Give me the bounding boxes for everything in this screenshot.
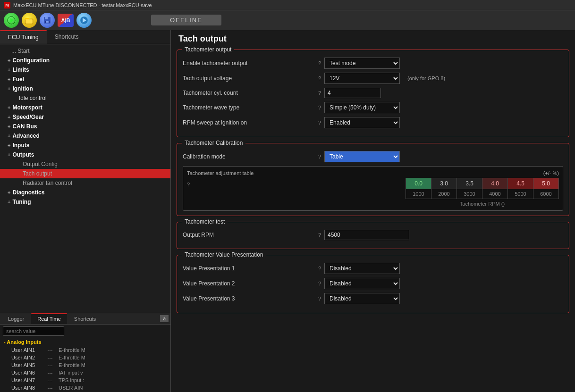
tach-rpm-axis-label: Tachometer RPM (): [406, 201, 559, 207]
sidebar-item-radiator-fan[interactable]: Radiator fan control: [0, 178, 170, 188]
table-cell[interactable]: 0.0: [406, 178, 431, 189]
sidebar: ECU Tuning Shortcuts ... Start + Configu…: [0, 30, 171, 392]
connect-button[interactable]: [4, 13, 19, 28]
enable-select[interactable]: Test mode: [324, 58, 400, 69]
sidebar-item-start[interactable]: ... Start: [0, 46, 170, 56]
main-layout: ECU Tuning Shortcuts ... Start + Configu…: [0, 30, 575, 392]
section-title-tachometer-output: Tachometer output: [182, 46, 234, 53]
tach-adjustment-table-container: Tachometer adjustment table (+/- %) ? 0.…: [183, 166, 563, 211]
calib-mode-label: Calibration mode: [183, 153, 315, 160]
form-row-vp1: Value Presentation 1 ? Disabled: [183, 263, 563, 274]
tab-shortcuts-bottom[interactable]: Shortcuts: [68, 314, 102, 324]
search-input[interactable]: [3, 326, 64, 336]
sidebar-item-outputs[interactable]: + Outputs: [0, 150, 170, 159]
content-area: Tach output Tachometer output Enable tac…: [171, 30, 575, 392]
section-title-value-presentation: Tachometer Value Presentation: [182, 251, 266, 258]
sidebar-item-fuel[interactable]: + Fuel: [0, 75, 170, 84]
sidebar-item-configuration[interactable]: + Configuration: [0, 56, 170, 65]
list-item: User AIN2 --- E-throttle M: [0, 354, 170, 361]
item-label: Tach output: [19, 170, 52, 177]
item-label: Tuning: [12, 199, 31, 205]
table-cell[interactable]: 3.5: [457, 178, 482, 189]
form-row-cyl-count: Tachometer cyl. count ?: [183, 88, 563, 98]
enable-label: Enable tachometer output: [183, 60, 315, 67]
expand-icon: +: [8, 86, 10, 92]
table-row-values: 0.0 3.0 3.5 4.0 4.5 5.0: [406, 178, 559, 189]
output-rpm-help-icon[interactable]: ?: [315, 232, 324, 238]
list-item: User AIN6 --- IAT input v: [0, 369, 170, 376]
vp1-select[interactable]: Disabled: [324, 263, 400, 274]
item-label: Inputs: [12, 142, 29, 149]
voltage-control: 12V (only for GPO 8): [324, 73, 563, 84]
bottom-tabs: Logger Real Time Shortcuts a: [0, 313, 170, 325]
vp1-help-icon[interactable]: ?: [315, 266, 324, 271]
sidebar-item-advanced[interactable]: + Advanced: [0, 131, 170, 141]
cyl-count-help-icon[interactable]: ?: [315, 90, 324, 96]
wave-type-help-icon[interactable]: ?: [315, 105, 324, 110]
sidebar-item-idle-control[interactable]: Idle control: [0, 93, 170, 103]
vp2-label: Value Presentation 2: [183, 280, 315, 287]
table-cell[interactable]: 3.0: [431, 178, 457, 189]
calib-mode-help-icon[interactable]: ?: [315, 154, 324, 159]
enable-help-icon[interactable]: ?: [315, 60, 324, 66]
play-button[interactable]: [76, 13, 92, 28]
table-cell[interactable]: 4.0: [482, 178, 508, 189]
sidebar-item-limits[interactable]: + Limits: [0, 65, 170, 75]
tab-logger[interactable]: Logger: [2, 314, 30, 324]
wave-type-select[interactable]: Simple (50% duty): [324, 102, 400, 113]
tach-adj-help-icon[interactable]: ?: [187, 182, 190, 187]
sidebar-item-can-bus[interactable]: + CAN Bus: [0, 122, 170, 131]
vp1-label: Value Presentation 1: [183, 265, 315, 272]
calib-mode-control: Table: [324, 151, 563, 162]
form-row-output-rpm: Output RPM ?: [183, 230, 563, 240]
item-label: Speed/Gear: [12, 114, 44, 120]
ab-button[interactable]: A|B: [58, 14, 74, 27]
tach-adj-table-title: Tachometer adjustment table: [187, 170, 254, 176]
tach-adjustment-table: 0.0 3.0 3.5 4.0 4.5 5.0 1000 2000: [406, 178, 559, 199]
sidebar-item-speed-gear[interactable]: + Speed/Gear: [0, 112, 170, 122]
form-row-calib-mode: Calibration mode ? Table: [183, 151, 563, 162]
calib-mode-select[interactable]: Table: [324, 151, 400, 162]
vp3-select[interactable]: Disabled: [324, 293, 400, 304]
tab-ecu-tuning[interactable]: ECU Tuning: [0, 30, 47, 44]
sidebar-item-output-config[interactable]: Output Config: [0, 159, 170, 169]
page-title: Tach output: [177, 34, 569, 44]
open-button[interactable]: [22, 13, 37, 28]
expand-icon: +: [8, 76, 10, 82]
vp2-control: Disabled: [324, 278, 563, 289]
svg-marker-1: [10, 18, 14, 23]
cyl-count-label: Tachometer cyl. count: [183, 90, 315, 96]
cyl-count-input[interactable]: [324, 88, 381, 98]
save-button[interactable]: [40, 13, 55, 28]
table-cell[interactable]: 4.5: [508, 178, 533, 189]
rpm-cell: 2000: [431, 189, 457, 199]
output-rpm-input[interactable]: [324, 230, 409, 240]
sidebar-item-motorsport[interactable]: + Motorsport: [0, 103, 170, 112]
rpm-cell: 3000: [457, 189, 482, 199]
sidebar-item-diagnostics[interactable]: + Diagnostics: [0, 188, 170, 197]
section-title-calibration: Tachometer Calibration: [182, 140, 245, 146]
sidebar-item-inputs[interactable]: + Inputs: [0, 141, 170, 150]
table-cell[interactable]: 5.0: [533, 178, 559, 189]
item-label: Idle control: [13, 95, 47, 101]
sidebar-item-ignition[interactable]: + Ignition: [0, 84, 170, 93]
tab-shortcuts[interactable]: Shortcuts: [47, 30, 87, 44]
voltage-select[interactable]: 12V: [324, 73, 400, 84]
form-row-vp2: Value Presentation 2 ? Disabled: [183, 278, 563, 289]
sidebar-item-tuning[interactable]: + Tuning: [0, 197, 170, 207]
section-tachometer-test: Tachometer test Output RPM ?: [177, 222, 569, 249]
voltage-help-icon[interactable]: ?: [315, 75, 324, 81]
section-value-presentation: Tachometer Value Presentation Value Pres…: [177, 255, 569, 313]
tach-table-header: Tachometer adjustment table (+/- %): [187, 170, 559, 176]
expand-icon: +: [8, 67, 10, 73]
gpo-note: (only for GPO 8): [407, 75, 445, 81]
vp2-help-icon[interactable]: ?: [315, 281, 324, 286]
tab-realtime[interactable]: Real Time: [31, 313, 67, 324]
vp2-select[interactable]: Disabled: [324, 278, 400, 289]
rpm-sweep-help-icon[interactable]: ?: [315, 120, 324, 125]
vp3-help-icon[interactable]: ?: [315, 296, 324, 301]
form-row-vp3: Value Presentation 3 ? Disabled: [183, 293, 563, 304]
rpm-sweep-select[interactable]: Enabled: [324, 117, 400, 128]
sidebar-item-tach-output[interactable]: Tach output: [0, 169, 170, 178]
offline-badge: OFFLINE: [151, 15, 221, 25]
